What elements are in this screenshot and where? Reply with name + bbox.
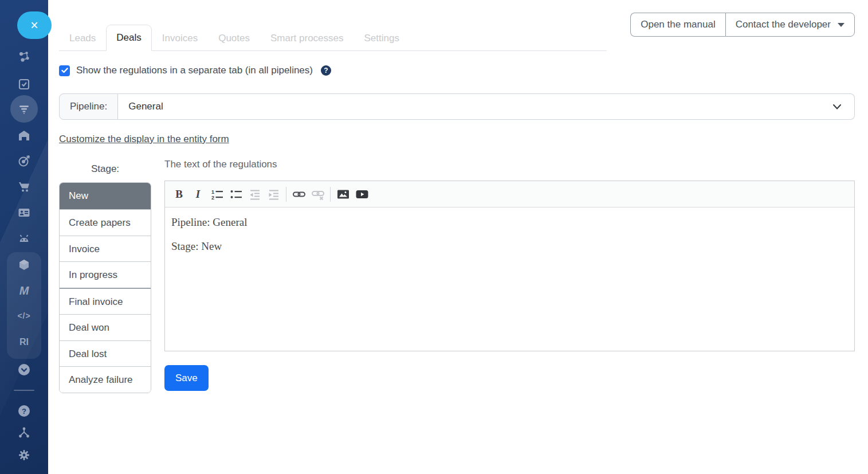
close-icon[interactable]: × (17, 11, 52, 39)
ri-label: RI (19, 337, 29, 347)
italic-icon: I (196, 188, 200, 201)
editor-content-area[interactable]: Pipeline: General Stage: New (165, 207, 854, 351)
sitemap-icon[interactable] (17, 426, 31, 440)
warehouse-icon[interactable] (17, 129, 31, 143)
stage-item-in-progress[interactable]: In progress (60, 261, 151, 288)
toolbar-separator (330, 187, 331, 202)
caret-down-icon (838, 23, 845, 27)
chevron-down-circle-icon[interactable] (17, 363, 31, 377)
tab-settings[interactable]: Settings (354, 25, 410, 51)
ri-badge[interactable]: RI (17, 335, 31, 349)
code-icon[interactable]: </> (17, 309, 31, 323)
image-icon (336, 187, 350, 201)
regulations-editor: B I 12 Pipeline: General (164, 181, 855, 351)
youtube-icon (355, 187, 369, 201)
contact-developer-label: Contact the developer (736, 19, 831, 30)
show-regulations-row: Show the regulations in a separate tab (… (59, 65, 331, 76)
target-icon[interactable] (17, 154, 31, 168)
pipeline-label: Pipeline: (59, 93, 118, 120)
open-manual-label: Open the manual (641, 19, 715, 30)
outdent-button[interactable] (245, 185, 264, 203)
show-regulations-checkbox[interactable] (59, 65, 70, 76)
bullet-list-icon (229, 187, 243, 201)
bold-icon: B (175, 188, 183, 201)
indent-button[interactable] (264, 185, 283, 203)
checkmark-icon (61, 68, 68, 73)
toolbar-separator (286, 187, 286, 202)
regulations-help-icon[interactable]: ? (321, 65, 331, 76)
tasks-icon[interactable] (17, 77, 31, 91)
editor-paragraph: Stage: New (171, 240, 848, 253)
numbered-list-button[interactable]: 12 (207, 185, 226, 203)
m-logo-icon[interactable]: M (17, 284, 31, 297)
pipeline-group: Pipeline: General (59, 93, 855, 120)
stage-item-create-papers[interactable]: Create papers (60, 209, 151, 236)
header-actions: Open the manual Contact the developer (630, 13, 855, 37)
insert-youtube-button[interactable] (352, 185, 371, 203)
link-icon (292, 187, 306, 201)
stage-item-new[interactable]: New (60, 183, 151, 209)
save-button[interactable]: Save (164, 365, 209, 391)
stage-item-deal-won[interactable]: Deal won (60, 314, 151, 340)
crm-icon[interactable] (17, 50, 31, 64)
svg-text:2: 2 (211, 195, 214, 201)
customize-display-link[interactable]: Customize the display in the entity form (59, 134, 229, 145)
tab-leads[interactable]: Leads (59, 25, 106, 51)
pipeline-selected-value: General (128, 101, 163, 112)
unlink-icon (311, 187, 325, 201)
contact-card-icon[interactable] (17, 206, 31, 220)
outdent-icon (248, 187, 262, 201)
bullet-list-button[interactable] (226, 185, 245, 203)
editor-toolbar: B I 12 (165, 181, 854, 207)
stage-list: New Create papers Invoice In progress Fi… (59, 182, 151, 393)
contact-developer-button[interactable]: Contact the developer (725, 13, 855, 37)
stage-item-analyze-failure[interactable]: Analyze failure (60, 366, 151, 393)
stage-item-deal-lost[interactable]: Deal lost (60, 340, 151, 367)
m-logo-label: M (19, 284, 29, 297)
close-glyph: × (30, 18, 38, 33)
tab-deals[interactable]: Deals (106, 25, 151, 51)
stage-item-final-invoice[interactable]: Final invoice (60, 288, 151, 314)
pipeline-select[interactable]: General (118, 93, 855, 120)
gear-icon[interactable] (17, 448, 31, 462)
code-label: </> (17, 311, 30, 320)
editor-paragraph: Pipeline: General (171, 216, 848, 229)
indent-icon (267, 187, 281, 201)
bold-button[interactable]: B (170, 185, 188, 203)
italic-button[interactable]: I (188, 185, 207, 203)
insert-image-button[interactable] (333, 185, 352, 203)
cart-icon[interactable] (17, 180, 31, 194)
open-manual-button[interactable]: Open the manual (630, 13, 725, 37)
show-regulations-label: Show the regulations in a separate tab (… (76, 65, 313, 76)
filter-icon[interactable] (17, 102, 31, 116)
sidebar-divider (14, 390, 34, 391)
help-glyph: ? (324, 66, 328, 75)
stage-item-invoice[interactable]: Invoice (60, 236, 151, 262)
tab-bar: Leads Deals Invoices Quotes Smart proces… (59, 23, 607, 51)
numbered-list-icon: 12 (210, 187, 224, 201)
chevron-down-icon (832, 103, 842, 110)
unlink-button[interactable] (308, 185, 327, 203)
svg-text:?: ? (22, 407, 26, 416)
regulations-text-heading: The text of the regulations (164, 159, 277, 170)
robot-icon[interactable] (17, 232, 31, 246)
cube-icon[interactable] (17, 258, 31, 272)
tab-invoices[interactable]: Invoices (152, 25, 208, 51)
tab-smart-processes[interactable]: Smart processes (260, 25, 354, 51)
svg-text:1: 1 (211, 189, 214, 194)
link-button[interactable] (289, 185, 308, 203)
help-icon[interactable]: ? (17, 404, 31, 418)
tab-quotes[interactable]: Quotes (208, 25, 260, 51)
stage-label: Stage: (59, 163, 151, 175)
